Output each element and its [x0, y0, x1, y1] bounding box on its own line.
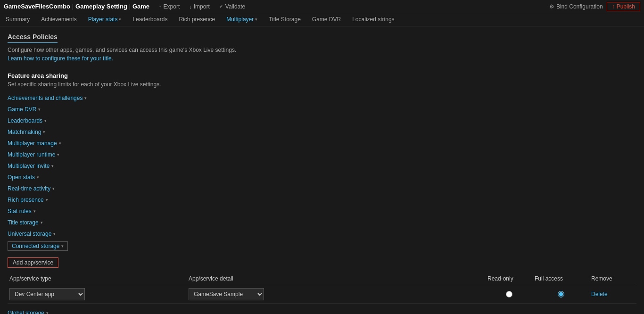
tab-achievements[interactable]: Achievements: [35, 13, 82, 26]
multiplayer-chevron: ▾: [255, 17, 257, 22]
item-real-time-activity[interactable]: Real-time activity ▾: [8, 183, 636, 194]
header-actions: ↑ Export ↓ Import ✓ Validate: [157, 2, 247, 11]
delete-link[interactable]: Delete: [591, 291, 608, 297]
item-matchmaking[interactable]: Matchmaking ▾: [8, 126, 636, 138]
global-storage-collapsible[interactable]: Global storage ▾: [8, 307, 636, 314]
stat-rules-chevron: ▾: [33, 209, 36, 214]
col-remove: Remove: [589, 274, 636, 283]
tab-rich-presence[interactable]: Rich presence: [173, 13, 221, 26]
read-only-cell: [486, 290, 533, 298]
export-icon: ↑: [159, 4, 162, 9]
page-description: Configure how other apps, games, and ser…: [8, 47, 636, 53]
add-app-service-button[interactable]: Add app/service: [8, 257, 58, 268]
title-storage-chevron: ▾: [41, 220, 43, 225]
import-button[interactable]: ↓ Import: [187, 2, 212, 11]
validate-button[interactable]: ✓ Validate: [217, 2, 247, 11]
validate-icon: ✓: [219, 3, 223, 9]
full-access-cell: [533, 290, 589, 298]
sep1: |: [72, 3, 74, 10]
matchmaking-chevron: ▾: [43, 130, 45, 134]
global-storage-item: Global storage ▾: [8, 307, 636, 314]
item-achievements-challenges[interactable]: Achievements and challenges ▾: [8, 92, 636, 104]
col-full-access: Full access: [533, 274, 589, 283]
tab-title-storage[interactable]: Title Storage: [263, 13, 306, 26]
connected-storage-chevron: ▾: [61, 244, 64, 248]
item-leaderboards[interactable]: Leaderboards ▾: [8, 115, 636, 126]
read-only-radio[interactable]: [506, 291, 512, 297]
item-stat-rules[interactable]: Stat rules ▾: [8, 206, 636, 217]
app-name: GameSaveFilesCombo: [4, 3, 70, 10]
publish-icon: ↑: [612, 3, 615, 10]
page-content: Access Policies Configure how other apps…: [0, 26, 644, 314]
col-app-service-detail: App/service detail: [187, 274, 486, 283]
item-universal-storage[interactable]: Universal storage ▾: [8, 228, 636, 240]
connected-storage-label: Connected storage: [12, 243, 59, 249]
nav-tabs: Summary Achievements Player stats ▾ Lead…: [0, 13, 644, 26]
item-title-storage[interactable]: Title storage ▾: [8, 217, 636, 228]
tab-localized-strings[interactable]: Localized strings: [347, 13, 400, 26]
app-service-type-select[interactable]: Dev Center app Xbox Live Publisher: [9, 288, 85, 300]
multiplayer-manage-chevron: ▾: [59, 141, 61, 146]
feature-area-desc: Set specific sharing limits for each of …: [8, 81, 636, 88]
multiplayer-runtime-chevron: ▾: [57, 152, 59, 157]
table-row: Dev Center app Xbox Live Publisher GameS…: [8, 285, 636, 304]
real-time-activity-chevron: ▾: [52, 186, 55, 191]
learn-link[interactable]: Learn how to configure these for your ti…: [8, 55, 113, 62]
multiplayer-invite-chevron: ▾: [51, 164, 54, 168]
col-app-service-type: App/service type: [8, 274, 187, 283]
import-icon: ↓: [189, 4, 192, 9]
page-section-title: Access Policies: [8, 30, 636, 47]
leaderboards-chevron: ▾: [44, 118, 47, 123]
export-button[interactable]: ↑ Export: [157, 2, 182, 11]
gameplay-setting-title: Gameplay Setting: [75, 3, 127, 10]
col-read-only: Read-only: [486, 274, 533, 283]
tab-leaderboards[interactable]: Leaderboards: [127, 13, 173, 26]
rich-presence-chevron: ▾: [46, 198, 48, 202]
tab-player-stats[interactable]: Player stats ▾: [83, 13, 127, 26]
universal-storage-chevron: ▾: [53, 231, 56, 236]
item-open-stats[interactable]: Open stats ▾: [8, 172, 636, 183]
tab-game-dvr[interactable]: Game DVR: [306, 13, 347, 26]
connected-storage-item[interactable]: Connected storage ▾: [8, 241, 68, 251]
publish-button[interactable]: ↑ Publish: [607, 2, 640, 11]
detail-cell: GameSave Sample Option 2: [187, 287, 486, 301]
tab-multiplayer[interactable]: Multiplayer ▾: [221, 13, 263, 26]
feature-area-title: Feature area sharing: [8, 72, 636, 79]
open-stats-chevron: ▾: [37, 175, 39, 180]
bind-configuration-button[interactable]: ⚙ Bind Configuration: [549, 3, 603, 10]
remove-cell: Delete: [589, 290, 636, 298]
item-rich-presence[interactable]: Rich presence ▾: [8, 194, 636, 206]
game-dvr-chevron: ▾: [38, 107, 41, 112]
item-multiplayer-runtime[interactable]: Multiplayer runtime ▾: [8, 149, 636, 160]
game-title: Game: [132, 3, 149, 10]
table-header: App/service type App/service detail Read…: [8, 273, 636, 285]
type-cell: Dev Center app Xbox Live Publisher: [8, 287, 187, 301]
header-right: ⚙ Bind Configuration ↑ Publish: [549, 2, 640, 11]
collapsible-list: Achievements and challenges ▾ Game DVR ▾…: [8, 92, 636, 240]
sep2: |: [129, 3, 131, 10]
item-multiplayer-manage[interactable]: Multiplayer manage ▾: [8, 138, 636, 149]
app-service-detail-select[interactable]: GameSave Sample Option 2: [189, 288, 264, 300]
achievements-chevron: ▾: [84, 96, 87, 100]
item-game-dvr[interactable]: Game DVR ▾: [8, 104, 636, 115]
global-storage-chevron: ▾: [46, 311, 49, 314]
bind-config-icon: ⚙: [549, 3, 554, 10]
header-bar: GameSaveFilesCombo | Gameplay Setting | …: [0, 0, 644, 13]
full-access-radio[interactable]: [558, 291, 564, 297]
player-stats-chevron: ▾: [119, 17, 121, 22]
item-multiplayer-invite[interactable]: Multiplayer invite ▾: [8, 160, 636, 172]
tab-summary[interactable]: Summary: [0, 13, 35, 26]
